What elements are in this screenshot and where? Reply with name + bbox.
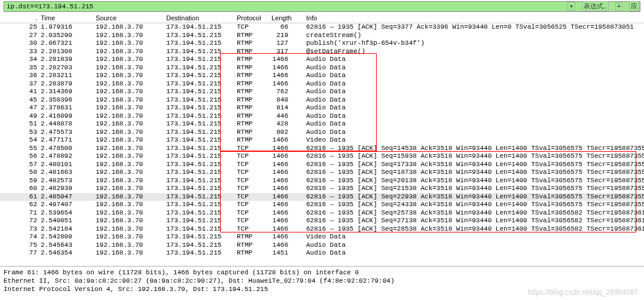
plus-button[interactable]: +: [615, 2, 623, 11]
cell-col-src: 192.168.3.70: [96, 185, 166, 193]
cell-col-time: 2.282703: [41, 64, 96, 72]
packet-row[interactable]: 542.477171192.168.3.70173.194.51.215RTMP…: [0, 136, 644, 145]
cell-col-time: 2.542800: [41, 233, 96, 241]
cell-col-no: 53: [12, 128, 41, 137]
packet-row[interactable]: 622.497407192.168.3.70173.194.51.215TCP1…: [0, 201, 644, 209]
cell-col-time: 2.281839: [41, 56, 96, 64]
cell-col-proto: RTMP: [237, 241, 271, 250]
packet-row[interactable]: 362.283211192.168.3.70173.194.51.215RTMP…: [0, 72, 644, 80]
bookmark-dropdown[interactable]: ▾: [567, 2, 575, 11]
packet-row[interactable]: 752.545643192.168.3.70173.194.51.215RTMP…: [0, 241, 644, 250]
cell-col-src: 192.168.3.70: [96, 217, 166, 225]
cell-col-no: 54: [12, 136, 41, 145]
cell-col-src: 192.168.3.70: [96, 152, 166, 161]
cell-col-proto: TCP: [237, 145, 271, 153]
packet-row[interactable]: 302.067321192.168.3.70173.194.51.215RTMP…: [0, 39, 644, 48]
packet-row[interactable]: 412.314369192.168.3.70173.194.51.215RTMP…: [0, 88, 644, 96]
cell-col-dst: 173.194.51.215: [166, 152, 237, 161]
col-header-length[interactable]: Length: [271, 14, 306, 22]
packet-row[interactable]: 452.350396192.168.3.70173.194.51.215RTMP…: [0, 96, 644, 105]
cell-col-src: 192.168.3.70: [96, 233, 166, 241]
packet-row[interactable]: 372.283879192.168.3.70173.194.51.215RTMP…: [0, 80, 644, 88]
cell-col-time: 2.539654: [41, 209, 96, 218]
cell-col-time: 2.416099: [41, 112, 96, 121]
cell-col-time: 1.979316: [41, 23, 96, 32]
expression-button[interactable]: 表达式…: [582, 1, 609, 11]
apply-button[interactable]: 应: [629, 1, 639, 11]
packet-row[interactable]: 562.478892192.168.3.70173.194.51.215TCP1…: [0, 152, 644, 161]
cell-col-len: 1466: [271, 233, 306, 241]
packet-row[interactable]: 772.546354192.168.3.70173.194.51.215RTMP…: [0, 249, 644, 258]
cell-col-len: 840: [271, 96, 306, 105]
packet-row[interactable]: 742.542800192.168.3.70173.194.51.215RTMP…: [0, 233, 644, 241]
packet-row[interactable]: 712.539654192.168.3.70173.194.51.215TCP1…: [0, 209, 644, 218]
packet-row[interactable]: 352.282703192.168.3.70173.194.51.215RTMP…: [0, 64, 644, 72]
packet-row[interactable]: 602.482939192.168.3.70173.194.51.215TCP1…: [0, 185, 644, 193]
detail-ethernet[interactable]: Ethernet II, Src: 0a:9a:c8:2c:90:27 (0a:…: [4, 277, 640, 285]
cell-col-dst: 173.194.51.215: [166, 177, 237, 185]
cell-col-len: 1466: [271, 56, 306, 64]
cell-col-proto: TCP: [237, 169, 271, 177]
col-header-protocol[interactable]: Protocol: [237, 14, 271, 22]
cell-col-info: Audio Data: [306, 72, 644, 80]
cell-col-info: Audio Data: [306, 249, 644, 258]
packet-row[interactable]: 251.979316192.168.3.70173.194.51.215TCP6…: [0, 23, 644, 32]
packet-row[interactable]: 722.540051192.168.3.70173.194.51.215TCP1…: [0, 217, 644, 225]
cell-col-info: 62816 → 1935 [ACK] Seq=15938 Ack=3518 Wi…: [306, 152, 644, 161]
cell-col-info: 62816 → 1935 [ACK] Seq=20138 Ack=3518 Wi…: [306, 177, 644, 185]
col-header-source[interactable]: Source: [96, 14, 166, 22]
cell-col-info: Audio Data: [306, 56, 644, 64]
packet-row[interactable]: 582.481663192.168.3.70173.194.51.215TCP1…: [0, 169, 644, 177]
cell-col-src: 192.168.3.70: [96, 112, 166, 121]
packet-row[interactable]: 332.281308192.168.3.70173.194.51.215RTMP…: [0, 48, 644, 56]
packet-row[interactable]: 572.480101192.168.3.70173.194.51.215TCP1…: [0, 161, 644, 169]
cell-col-info: 62816 → 1935 [ACK] Seq=22938 Ack=3518 Wi…: [306, 193, 644, 201]
cell-col-src: 192.168.3.70: [96, 177, 166, 185]
cell-col-proto: TCP: [237, 177, 271, 185]
packet-row[interactable]: 552.478500192.168.3.70173.194.51.215TCP1…: [0, 145, 644, 153]
detail-frame[interactable]: Frame 61: 1466 bytes on wire (11728 bits…: [4, 268, 640, 277]
packet-row[interactable]: 532.475573192.168.3.70173.194.51.215RTMP…: [0, 128, 644, 137]
display-filter-bar[interactable]: [4, 1, 640, 12]
packet-row[interactable]: 472.378631192.168.3.70173.194.51.215RTMP…: [0, 104, 644, 112]
packet-row[interactable]: 592.482573192.168.3.70173.194.51.215TCP1…: [0, 177, 644, 185]
cell-col-no: 61: [12, 193, 41, 201]
cell-col-info: Audio Data: [306, 120, 644, 128]
cell-col-time: 2.480101: [41, 161, 96, 169]
col-header-info[interactable]: Info: [306, 14, 644, 22]
cell-col-len: 1466: [271, 217, 306, 225]
cell-col-info: Audio Data: [306, 128, 644, 137]
cell-col-src: 192.168.3.70: [96, 48, 166, 56]
cell-col-len: 1466: [271, 225, 306, 234]
cell-col-dst: 173.194.51.215: [166, 112, 237, 121]
cell-col-dst: 173.194.51.215: [166, 128, 237, 137]
col-header-no[interactable]: .: [12, 14, 41, 22]
cell-col-dst: 173.194.51.215: [166, 39, 237, 48]
packet-row[interactable]: 342.281839192.168.3.70173.194.51.215RTMP…: [0, 56, 644, 64]
packet-row[interactable]: 492.416099192.168.3.70173.194.51.215RTMP…: [0, 112, 644, 121]
cell-col-info: 62816 → 1935 [ACK] Seq=3377 Ack=3396 Win…: [306, 23, 644, 32]
packet-list[interactable]: 251.979316192.168.3.70173.194.51.215TCP6…: [0, 23, 644, 266]
cell-col-no: 75: [12, 241, 41, 250]
cell-col-info: Audio Data: [306, 80, 644, 88]
cell-col-src: 192.168.3.70: [96, 80, 166, 88]
cell-col-src: 192.168.3.70: [96, 193, 166, 201]
cell-col-src: 192.168.3.70: [96, 241, 166, 250]
cell-col-info: 62816 → 1935 [ACK] Seq=14538 Ack=3518 Wi…: [306, 145, 644, 153]
cell-col-src: 192.168.3.70: [96, 64, 166, 72]
cell-col-info: 62816 → 1935 [ACK] Seq=25738 Ack=3518 Wi…: [306, 209, 644, 218]
packet-row[interactable]: 732.542184192.168.3.70173.194.51.215TCP1…: [0, 225, 644, 234]
display-filter-input[interactable]: [7, 3, 637, 10]
col-header-destination[interactable]: Destination: [166, 14, 237, 22]
cell-col-dst: 173.194.51.215: [166, 48, 237, 56]
cell-col-proto: RTMP: [237, 136, 271, 145]
cell-col-src: 192.168.3.70: [96, 249, 166, 258]
cell-col-time: 2.378631: [41, 104, 96, 112]
packet-row[interactable]: 512.448078192.168.3.70173.194.51.215RTMP…: [0, 120, 644, 128]
cell-col-proto: RTMP: [237, 96, 271, 105]
packet-row[interactable]: 272.035290192.168.3.70173.194.51.215RTMP…: [0, 32, 644, 40]
packet-row[interactable]: 612.485047192.168.3.70173.194.51.215TCP1…: [0, 193, 644, 201]
cell-col-dst: 173.194.51.215: [166, 241, 237, 250]
col-header-time[interactable]: Time: [41, 14, 96, 22]
packet-list-header[interactable]: . Time Source Destination Protocol Lengt…: [0, 13, 644, 23]
